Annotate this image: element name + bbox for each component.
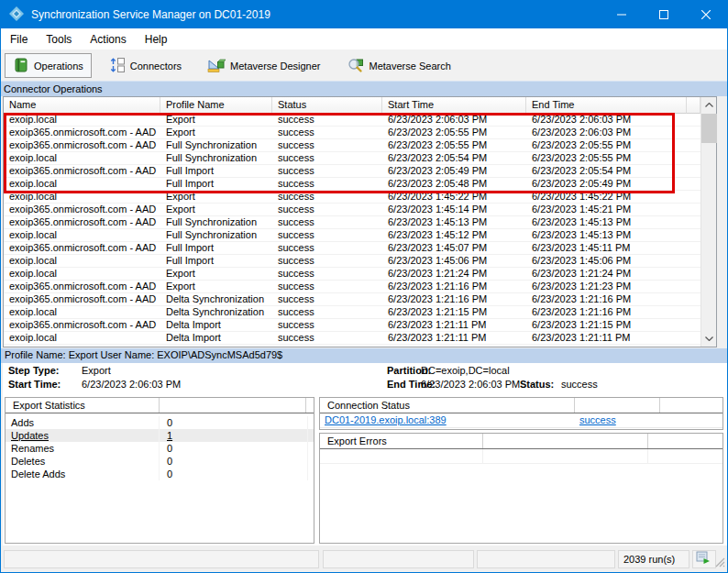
connection-result-link[interactable]: success bbox=[579, 414, 616, 425]
table-row[interactable]: exoip365.onmicrosoft.com - AADFull Impor… bbox=[4, 165, 700, 178]
cell-status: success bbox=[272, 139, 382, 151]
scroll-down-icon[interactable] bbox=[701, 331, 717, 347]
table-row[interactable]: exoip.localFull Synchronizationsuccess6/… bbox=[4, 152, 700, 165]
menu-tools[interactable]: Tools bbox=[37, 28, 81, 50]
start-time-label: Start Time: bbox=[8, 379, 61, 390]
cell-start-time: 6/23/2023 1:45:07 PM bbox=[382, 242, 526, 254]
operations-rows: exoip.localExportsuccess6/23/2023 2:06:0… bbox=[4, 114, 700, 347]
cell-status: success bbox=[272, 332, 382, 344]
menu-help[interactable]: Help bbox=[136, 28, 177, 50]
cell-end-time: 6/23/2023 1:45:21 PM bbox=[526, 204, 687, 215]
table-row[interactable]: exoip.localFull Synchronizationsuccess6/… bbox=[4, 229, 700, 242]
export-statistics-rows: Adds0Updates1Renames0Deletes0Delete Adds… bbox=[6, 413, 314, 480]
statistic-label[interactable]: Updates bbox=[6, 429, 160, 442]
window-title: Synchronization Service Manager on DC01-… bbox=[31, 8, 270, 21]
cell-status: success bbox=[272, 178, 382, 190]
cell-name: exoip.local bbox=[4, 255, 160, 267]
table-row[interactable]: exoip365.onmicrosoft.com - AADExportsucc… bbox=[4, 204, 700, 216]
cell-profile-name: Full Import bbox=[160, 165, 272, 177]
table-row[interactable]: exoip365.onmicrosoft.com - AADExportsucc… bbox=[4, 281, 700, 293]
cell-profile-name: Delta Import bbox=[160, 319, 272, 331]
table-row[interactable]: exoip365.onmicrosoft.com - AADFull Impor… bbox=[4, 242, 700, 255]
column-header-profile-name[interactable]: Profile Name bbox=[160, 97, 272, 114]
cell-name: exoip365.onmicrosoft.com - AAD bbox=[4, 204, 160, 215]
cell-end-time: 6/23/2023 1:45:13 PM bbox=[526, 216, 687, 228]
table-row[interactable]: exoip.localExportsuccess6/23/2023 1:21:2… bbox=[4, 268, 700, 281]
scrollbar-thumb[interactable] bbox=[701, 114, 717, 143]
status-section-2 bbox=[323, 550, 474, 568]
table-row[interactable]: exoip.localExportsuccess6/23/2023 2:06:0… bbox=[4, 114, 700, 127]
scroll-up-icon[interactable] bbox=[701, 97, 717, 113]
column-header-status[interactable]: Status bbox=[272, 97, 382, 114]
metaverse-designer-button-label: Metaverse Designer bbox=[230, 61, 320, 72]
step-type-label: Step Type: bbox=[8, 365, 59, 376]
resize-grip[interactable] bbox=[715, 557, 725, 569]
cell-end-time: 6/23/2023 2:05:49 PM bbox=[526, 178, 687, 190]
table-row[interactable]: exoip.localExportsuccess6/23/2023 1:45:2… bbox=[4, 191, 700, 204]
cell-start-time: 6/23/2023 1:45:13 PM bbox=[382, 216, 526, 228]
cell-profile-name: Full Synchronization bbox=[160, 229, 272, 241]
table-row[interactable]: exoip365.onmicrosoft.com - AADDelta Impo… bbox=[4, 319, 700, 332]
statistic-row[interactable]: Updates1 bbox=[6, 429, 314, 442]
vertical-scrollbar[interactable] bbox=[700, 97, 716, 347]
status-section-3 bbox=[477, 550, 615, 568]
run-profile-status-icon[interactable] bbox=[695, 556, 711, 567]
cell-start-time: 6/23/2023 1:21:15 PM bbox=[382, 306, 526, 318]
table-row[interactable]: exoip365.onmicrosoft.com - AADExportsucc… bbox=[4, 127, 700, 139]
cell-filler bbox=[687, 165, 700, 177]
cell-start-time: 6/23/2023 1:45:12 PM bbox=[382, 229, 526, 241]
app-window: Synchronization Service Manager on DC01-… bbox=[0, 0, 728, 573]
details-header-text: Profile Name: Export User Name: EXOIP\AD… bbox=[5, 349, 282, 360]
column-header-name[interactable]: Name bbox=[4, 97, 160, 114]
step-type-value: Export bbox=[82, 365, 111, 376]
window-controls bbox=[601, 1, 727, 28]
table-row[interactable]: exoip365.onmicrosoft.com - AADFull Synch… bbox=[4, 139, 700, 152]
column-header-end-time[interactable]: End Time bbox=[526, 97, 687, 114]
minimize-button[interactable] bbox=[601, 1, 643, 28]
operations-button[interactable]: Operations bbox=[5, 53, 92, 78]
table-row[interactable]: exoip365.onmicrosoft.com - AADDelta Sync… bbox=[4, 293, 700, 306]
connectors-button[interactable]: Connectors bbox=[101, 53, 190, 78]
close-button[interactable] bbox=[685, 1, 727, 28]
table-row[interactable]: exoip.localFull Importsuccess6/23/2023 2… bbox=[4, 178, 700, 191]
sync-service-app-icon bbox=[9, 6, 24, 23]
connection-status-title: Connection Status bbox=[320, 398, 575, 413]
table-row[interactable]: exoip.localDelta Synchronizationsuccess6… bbox=[4, 306, 700, 319]
cell-start-time: 6/23/2023 2:05:49 PM bbox=[382, 165, 526, 177]
connectors-icon bbox=[109, 57, 126, 75]
cell-profile-name: Export bbox=[160, 114, 272, 126]
cell-end-time: 6/23/2023 1:21:23 PM bbox=[526, 281, 687, 292]
cell-start-time: 6/23/2023 1:45:06 PM bbox=[382, 255, 526, 267]
cell-filler bbox=[687, 114, 700, 126]
connection-server-link[interactable]: DC01-2019.exoip.local:389 bbox=[325, 414, 447, 425]
menu-actions[interactable]: Actions bbox=[81, 28, 135, 50]
status-label: Status: bbox=[520, 379, 554, 390]
metaverse-search-button-label: Metaverse Search bbox=[370, 61, 451, 72]
connection-status-header: Connection Status bbox=[320, 398, 722, 413]
status-bar: 2039 run(s) bbox=[1, 547, 727, 571]
cell-status: success bbox=[272, 152, 382, 164]
connectors-button-label: Connectors bbox=[130, 61, 182, 72]
column-header-start-time[interactable]: Start Time bbox=[382, 97, 526, 114]
menu-file[interactable]: File bbox=[1, 28, 37, 50]
cell-status: success bbox=[272, 242, 382, 254]
cell-status: success bbox=[272, 229, 382, 241]
metaverse-designer-button[interactable]: Metaverse Designer bbox=[199, 53, 328, 78]
cell-filler bbox=[687, 281, 700, 292]
cell-profile-name: Full Synchronization bbox=[160, 152, 272, 164]
cell-end-time: 6/23/2023 1:45:13 PM bbox=[526, 229, 687, 241]
table-row[interactable]: exoip.localDelta Importsuccess6/23/2023 … bbox=[4, 332, 700, 345]
statistic-value[interactable]: 1 bbox=[160, 429, 308, 442]
table-row[interactable]: exoip365.onmicrosoft.com - AADFull Synch… bbox=[4, 216, 700, 229]
maximize-button[interactable] bbox=[643, 1, 685, 28]
table-row[interactable]: exoip.localFull Importsuccess6/23/2023 1… bbox=[4, 255, 700, 268]
metaverse-search-button[interactable]: Metaverse Search bbox=[338, 53, 459, 78]
cell-filler bbox=[687, 204, 700, 215]
statistic-row: Adds0 bbox=[6, 416, 314, 429]
statistic-value: 0 bbox=[160, 455, 308, 468]
export-statistics-panel: Export Statistics Adds0Updates1Renames0D… bbox=[5, 397, 314, 544]
statistic-label: Deletes bbox=[6, 455, 160, 468]
export-errors-title: Export Errors bbox=[320, 434, 483, 448]
statistic-value: 0 bbox=[160, 468, 308, 480]
cell-start-time: 6/23/2023 1:21:11 PM bbox=[382, 332, 526, 344]
